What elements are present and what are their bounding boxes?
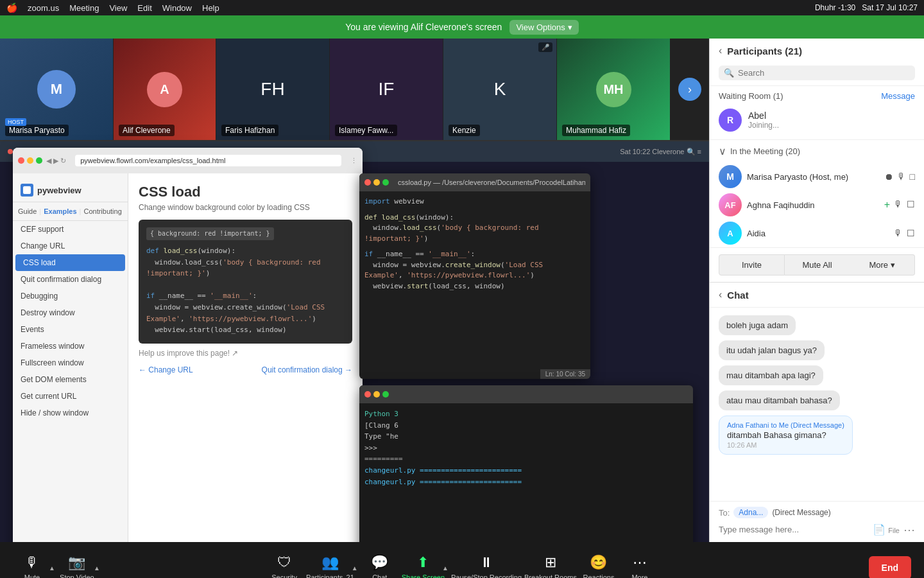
menubar-window[interactable]: Window [162, 3, 192, 13]
reactions-button[interactable]: 😊 Reactions [579, 554, 618, 578]
waiting-room-title: Waiting Room (1) [719, 91, 783, 101]
nav-contributing[interactable]: Contributing [83, 207, 121, 215]
breakout-rooms-button[interactable]: ⊞ Breakout Rooms [524, 554, 577, 578]
stop-video-button[interactable]: 📷 Stop Video [58, 554, 96, 578]
chat-input[interactable] [719, 522, 869, 537]
participant-tile-marisa[interactable]: M Marisa Paryasto HOST [0, 39, 114, 140]
share-screen-button[interactable]: ⬆ Share Screen [402, 554, 445, 578]
apple-menu[interactable]: 🍎 [6, 3, 17, 13]
participants-button[interactable]: 👥 Participants 21 [306, 554, 354, 578]
menubar-prayer: Dhuhr -1:30 [815, 3, 855, 12]
main-area: M Marisa Paryasto HOST A Alif Cleverone … [0, 39, 924, 542]
sidebar-fullscreen[interactable]: Fullscreen window [13, 355, 128, 371]
more-button[interactable]: ⋯ More [620, 554, 659, 578]
toolbar: 🎙 Mute ▲ 📷 Stop Video ▲ 🛡 Security 👥 Par… [0, 542, 924, 578]
help-link[interactable]: Help us improve this page! ↗ [139, 349, 352, 358]
in-meeting-collapse-icon[interactable]: ∨ [719, 145, 726, 157]
chat-to-label: To: [719, 508, 730, 518]
next-link[interactable]: Quit confirmation dialog → [262, 365, 352, 374]
meeting-person-marisa: M Marisa Paryasto (Host, me) ⏺ 🎙 □ [710, 162, 924, 191]
end-button[interactable]: End [869, 556, 911, 578]
chat-collapse-icon[interactable]: ‹ [719, 289, 722, 301]
browser-minimize-dot[interactable] [27, 157, 33, 164]
sidebar-get-dom[interactable]: Get DOM elements [13, 371, 128, 388]
mute-all-button[interactable]: Mute All [785, 254, 850, 276]
view-options-button[interactable]: View Options ▾ [509, 20, 578, 35]
video-caret[interactable]: ▲ [94, 565, 100, 572]
mic-icon-3: 🎙 [894, 228, 903, 238]
sidebar-cef-support[interactable]: CEF support [13, 221, 128, 238]
editor-dots [364, 179, 389, 186]
sidebar-events[interactable]: Events [13, 321, 128, 338]
browser-window[interactable]: ◀ ▶ ↻ pywebview.flowrl.com/examples/css_… [13, 148, 363, 542]
action-buttons: Invite Mute All More ▾ [710, 247, 924, 282]
nav-examples[interactable]: Examples [44, 207, 76, 215]
participant-tile-kenzie[interactable]: K Kenzie 🎤 [443, 39, 557, 140]
menubar-help[interactable]: Help [202, 3, 219, 13]
participants-caret[interactable]: ▲ [352, 565, 358, 572]
sidebar-debugging[interactable]: Debugging [13, 288, 128, 304]
participants-collapse-icon[interactable]: ‹ [719, 45, 722, 57]
terminal-maximize-dot[interactable] [382, 391, 389, 398]
chat-more-button[interactable]: ⋯ [903, 523, 915, 537]
participants-icon: 👥 [321, 554, 339, 571]
sidebar-quit-dialog[interactable]: Quit confirmation dialog [13, 271, 128, 288]
browser-close-dot[interactable] [18, 157, 24, 164]
sidebar-get-url[interactable]: Get current URL [13, 388, 128, 405]
editor-maximize-dot[interactable] [382, 179, 389, 186]
svg-rect-0 [23, 186, 31, 194]
waiting-person-info: Abel Joining... [748, 110, 779, 130]
participant-tile-muhammad[interactable]: MH Muhammad Hafiz [557, 39, 671, 140]
browser-maximize-dot[interactable] [36, 157, 42, 164]
sidebar-destroy-window[interactable]: Destroy window [13, 304, 128, 321]
security-button[interactable]: 🛡 Security [265, 554, 304, 578]
meeting-avatar-aidia: A [719, 222, 742, 245]
menubar-zoomus[interactable]: zoom.us [28, 3, 59, 13]
participant-tile-alif[interactable]: A Alif Cleverone [114, 39, 216, 140]
editor-close-dot[interactable] [364, 179, 371, 186]
chat-header: ‹ Chat [710, 283, 924, 308]
pause-recording-button[interactable]: ⏸ Pause/Stop Recording [451, 554, 522, 578]
chat-dm-label: (Direct Message) [772, 508, 830, 517]
search-input[interactable] [738, 68, 910, 78]
sidebar-css-load[interactable]: CSS load [15, 254, 125, 271]
menubar-meeting[interactable]: Meeting [69, 3, 99, 13]
terminal-minimize-dot[interactable] [373, 391, 380, 398]
breakout-icon: ⊞ [545, 554, 556, 571]
invite-button[interactable]: Invite [719, 254, 785, 276]
meeting-controls-aidia: 🎙 ☐ [894, 228, 915, 238]
prev-link[interactable]: ← Change URL [139, 365, 193, 374]
waiting-room-message-button[interactable]: Message [881, 91, 915, 101]
sidebar-frameless[interactable]: Frameless window [13, 338, 128, 355]
participant-name-islamey: Islamey Faww... [335, 125, 397, 136]
chat-message-3: mau ditambah apa lagi? [719, 365, 823, 385]
menubar-view[interactable]: View [109, 3, 127, 13]
share-caret[interactable]: ▲ [442, 565, 449, 572]
view-more-button[interactable]: › [671, 39, 709, 140]
sidebar-hide-show[interactable]: Hide / show window [13, 405, 128, 421]
file-button[interactable]: 📄 File [873, 523, 900, 536]
toolbar-center: 🛡 Security 👥 Participants 21 ▲ 💬 Chat ⬆ … [265, 554, 659, 578]
waiting-room-section: Waiting Room (1) Message R Abel Joining.… [710, 85, 924, 139]
sidebar-change-url[interactable]: Change URL [13, 238, 128, 254]
participant-tile-islamey[interactable]: IF Islamey Faww... [330, 39, 443, 140]
menubar-edit[interactable]: Edit [137, 3, 151, 13]
mute-caret[interactable]: ▲ [49, 565, 55, 572]
browser-sidebar: pywebview Guide | Examples | Contributin… [13, 173, 128, 542]
terminal-close-dot[interactable] [364, 391, 371, 398]
browser-url-bar[interactable]: pywebview.flowrl.com/examples/css_load.h… [75, 155, 341, 166]
video-icon: 📷 [68, 554, 85, 571]
waiting-person-name: Abel [748, 110, 779, 121]
chat-recipient-selector[interactable]: Adna... [733, 507, 768, 518]
mute-button[interactable]: 🎙 Mute [13, 554, 51, 578]
participant-name-marisa: Marisa Paryasto [5, 125, 69, 136]
security-icon: 🛡 [277, 554, 291, 571]
chat-button[interactable]: 💬 Chat [361, 554, 399, 578]
in-meeting-header: ∨ In the Meeting (20) [710, 139, 924, 162]
participant-tile-faris[interactable]: FH Faris Hafizhan [216, 39, 330, 140]
reactions-label: Reactions [583, 574, 614, 578]
editor-minimize-dot[interactable] [373, 179, 380, 186]
more-button[interactable]: More ▾ [850, 254, 915, 276]
nav-guide[interactable]: Guide [18, 207, 37, 215]
in-meeting-title: In the Meeting (20) [730, 146, 800, 156]
